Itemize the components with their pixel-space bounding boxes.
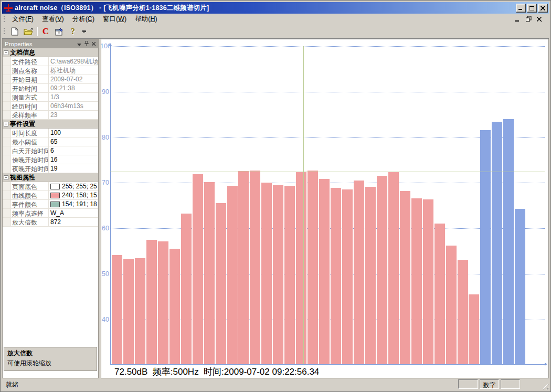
menu-item[interactable]: 窗口(W) bbox=[99, 14, 131, 24]
spectrum-bar[interactable] bbox=[296, 172, 306, 364]
properties-icon[interactable] bbox=[53, 26, 66, 37]
property-value[interactable]: C:\awa6298\机场 bbox=[49, 57, 98, 66]
property-row[interactable]: 曲线颜色240; 158; 15 bbox=[3, 191, 98, 200]
collapse-icon[interactable]: − bbox=[4, 50, 8, 55]
property-value[interactable]: 06h34m13s bbox=[49, 102, 98, 110]
property-value[interactable]: 240; 158; 15 bbox=[49, 191, 98, 199]
menu-item[interactable]: 帮助(H) bbox=[131, 14, 161, 24]
property-section-header[interactable]: −事件设置 bbox=[3, 120, 98, 129]
spectrum-bar[interactable] bbox=[423, 199, 433, 364]
spectrum-bar[interactable] bbox=[112, 255, 122, 364]
spectrum-bar[interactable] bbox=[146, 240, 157, 364]
property-section-header[interactable]: −视图属性 bbox=[3, 173, 98, 182]
properties-panel-header[interactable]: Properties bbox=[3, 39, 98, 48]
spectrum-bar[interactable] bbox=[216, 203, 226, 364]
property-value[interactable]: 65 bbox=[49, 137, 98, 146]
property-value[interactable]: 16 bbox=[49, 155, 98, 164]
property-row[interactable]: 测点名称栎社机场 bbox=[3, 66, 98, 75]
spectrum-bar[interactable] bbox=[250, 171, 260, 364]
chevron-down-icon[interactable] bbox=[77, 41, 81, 47]
property-row[interactable]: 开始日期2009-07-02 bbox=[3, 75, 98, 84]
panel-close-icon[interactable] bbox=[92, 41, 96, 47]
property-value[interactable]: 栎社机场 bbox=[49, 66, 98, 75]
new-document-icon[interactable] bbox=[8, 26, 21, 37]
mdi-close-button[interactable] bbox=[536, 16, 543, 23]
help-icon[interactable]: ? bbox=[67, 26, 79, 37]
spectrum-bar[interactable] bbox=[365, 187, 376, 364]
spectrum-bar[interactable] bbox=[458, 260, 468, 364]
property-row[interactable]: 时间长度100 bbox=[3, 129, 98, 137]
menu-item[interactable]: 查看(V) bbox=[38, 14, 68, 24]
property-row[interactable]: 放大倍数872 bbox=[3, 218, 98, 227]
spectrum-bar[interactable] bbox=[342, 189, 353, 364]
spectrum-bar[interactable] bbox=[204, 182, 215, 364]
overflow-chevron-icon[interactable] bbox=[81, 26, 87, 37]
property-value[interactable]: 100 bbox=[49, 129, 98, 137]
property-value[interactable]: 6 bbox=[49, 146, 98, 155]
property-value[interactable]: 154; 191; 18 bbox=[49, 200, 98, 208]
spectrum-bar[interactable] bbox=[261, 183, 272, 364]
spectrum-bar[interactable] bbox=[227, 186, 238, 364]
open-folder-icon[interactable] bbox=[22, 26, 35, 37]
pin-icon[interactable] bbox=[84, 41, 89, 47]
menu-item[interactable]: 分析(C) bbox=[68, 14, 99, 24]
property-row[interactable]: 页面底色255; 255; 25 bbox=[3, 182, 98, 191]
property-value[interactable]: 872 bbox=[49, 218, 98, 226]
property-row[interactable]: 最小阈值65 bbox=[3, 137, 98, 146]
spectrum-bar[interactable] bbox=[377, 176, 387, 364]
property-row[interactable]: 文件路径C:\awa6298\机场 bbox=[3, 57, 98, 66]
close-button[interactable] bbox=[538, 4, 548, 13]
minimize-button[interactable] bbox=[516, 4, 526, 13]
event-bar[interactable] bbox=[503, 119, 514, 364]
event-bar[interactable] bbox=[492, 122, 502, 364]
spectrum-bar[interactable] bbox=[446, 246, 457, 364]
property-row[interactable]: 夜晚开始时间19 bbox=[3, 164, 98, 173]
property-value[interactable]: 19 bbox=[49, 164, 98, 173]
mdi-minimize-button[interactable] bbox=[514, 16, 521, 23]
property-row[interactable]: 频率点选择W_A bbox=[3, 209, 98, 218]
spectrum-chart[interactable]: 72.50dB 频率:500Hz 时间:2009-07-02 09:22:56.… bbox=[101, 39, 549, 378]
spectrum-bar[interactable] bbox=[308, 171, 318, 364]
property-row[interactable]: 白天开始时间6 bbox=[3, 146, 98, 155]
spectrum-bar[interactable] bbox=[193, 174, 203, 364]
event-bar[interactable] bbox=[515, 209, 525, 364]
maximize-button[interactable] bbox=[527, 4, 537, 13]
property-row[interactable]: 经历时间06h34m13s bbox=[3, 102, 98, 111]
spectrum-bar[interactable] bbox=[411, 198, 422, 364]
property-value[interactable]: W_A bbox=[49, 209, 98, 217]
property-row[interactable]: 事件颜色154; 191; 18 bbox=[3, 200, 98, 209]
menu-item[interactable]: 文件(F) bbox=[8, 14, 38, 24]
toolbar-grip[interactable] bbox=[4, 28, 5, 35]
resize-grip[interactable] bbox=[542, 383, 548, 389]
spectrum-bar[interactable] bbox=[135, 258, 145, 364]
property-value[interactable]: 1/3 bbox=[49, 93, 98, 101]
property-value[interactable]: 255; 255; 25 bbox=[49, 182, 98, 190]
property-section-header[interactable]: −文档信息 bbox=[3, 48, 98, 57]
property-row[interactable]: 开始时间09:21:38 bbox=[3, 84, 98, 93]
mdi-restore-button[interactable] bbox=[525, 16, 532, 23]
collapse-icon[interactable]: − bbox=[4, 175, 8, 180]
spectrum-bar[interactable] bbox=[435, 224, 445, 364]
spectrum-bar[interactable] bbox=[469, 294, 479, 364]
spectrum-bar[interactable] bbox=[400, 191, 410, 364]
menu-grip[interactable] bbox=[4, 16, 5, 23]
c-analysis-icon[interactable]: C bbox=[39, 26, 52, 37]
property-value[interactable]: 2009-07-02 bbox=[49, 75, 98, 83]
spectrum-bar[interactable] bbox=[158, 241, 168, 364]
spectrum-bar[interactable] bbox=[331, 188, 341, 364]
spectrum-bar[interactable] bbox=[388, 172, 399, 364]
event-bar[interactable] bbox=[480, 130, 491, 364]
spectrum-bar[interactable] bbox=[319, 179, 330, 364]
spectrum-bar[interactable] bbox=[169, 249, 180, 364]
spectrum-bar[interactable] bbox=[354, 181, 364, 364]
spectrum-bar[interactable] bbox=[238, 171, 249, 364]
property-row[interactable]: 采样频率23 bbox=[3, 111, 98, 120]
property-value[interactable]: 23 bbox=[49, 111, 98, 119]
property-value[interactable]: 09:21:38 bbox=[49, 84, 98, 92]
spectrum-bar[interactable] bbox=[273, 185, 283, 364]
spectrum-bar[interactable] bbox=[284, 186, 295, 364]
property-row[interactable]: 测量方式1/3 bbox=[3, 93, 98, 102]
property-row[interactable]: 傍晚开始时间16 bbox=[3, 155, 98, 164]
collapse-icon[interactable]: − bbox=[4, 122, 8, 126]
spectrum-bar[interactable] bbox=[181, 214, 192, 364]
